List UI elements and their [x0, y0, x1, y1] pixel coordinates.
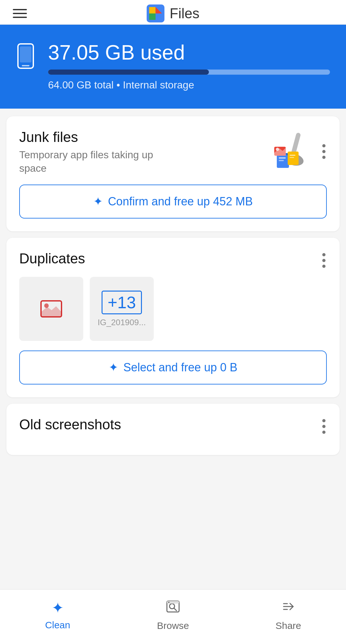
duplicate-thumb-2[interactable]: +13 IG_201909...	[90, 277, 154, 341]
svg-line-24	[174, 608, 177, 611]
svg-point-26	[168, 602, 169, 603]
old-screenshots-title: Old screenshots	[19, 417, 121, 433]
duplicates-title-area: Duplicates	[19, 251, 321, 270]
duplicates-card-header: Duplicates	[19, 251, 327, 270]
storage-details-label: 64.00 GB total • Internal storage	[48, 79, 330, 91]
hamburger-menu-icon[interactable]	[13, 9, 27, 18]
svg-rect-18	[290, 157, 294, 158]
storage-banner: 37.05 GB used 64.00 GB total • Internal …	[0, 25, 346, 109]
svg-marker-3	[149, 13, 156, 20]
junk-illustration-icon	[271, 129, 316, 174]
junk-card-header: Junk files Temporary app files taking up…	[19, 129, 327, 175]
share-nav-icon	[281, 599, 296, 617]
browse-nav-label: Browse	[157, 620, 189, 631]
browse-nav-icon	[166, 599, 180, 617]
duplicate-filename: IG_201909...	[98, 318, 146, 327]
storage-bar-fill	[48, 70, 209, 75]
sparkle-icon-2: ✦	[109, 361, 118, 374]
nav-share[interactable]: Share	[231, 596, 346, 634]
app-title-group: Files	[147, 4, 200, 22]
duplicates-menu-button[interactable]	[321, 251, 327, 270]
svg-point-20	[44, 303, 49, 308]
svg-rect-12	[279, 160, 284, 161]
duplicates-thumbnails: +13 IG_201909...	[19, 277, 327, 341]
junk-action-label: Confirm and free up 452 MB	[108, 195, 253, 208]
svg-rect-16	[288, 152, 299, 165]
top-bar: Files	[0, 0, 346, 25]
share-nav-label: Share	[276, 620, 301, 631]
phone-icon	[16, 43, 35, 70]
svg-marker-1	[149, 7, 156, 13]
storage-used-label: 37.05 GB used	[48, 41, 330, 64]
nav-clean[interactable]: ✦ Clean	[0, 596, 115, 634]
duplicate-count: +13	[102, 291, 142, 314]
storage-bar	[48, 70, 330, 75]
duplicate-thumb-1[interactable]	[19, 277, 83, 341]
junk-card-subtitle: Temporary app files taking up space	[19, 148, 167, 175]
svg-rect-6	[20, 46, 31, 62]
storage-info: 37.05 GB used 64.00 GB total • Internal …	[48, 41, 330, 91]
svg-rect-5	[22, 65, 29, 66]
old-screenshots-menu-button[interactable]	[321, 417, 327, 436]
duplicates-action-label: Select and free up 0 B	[123, 361, 237, 374]
junk-files-card: Junk files Temporary app files taking up…	[6, 116, 340, 231]
junk-title-area: Junk files Temporary app files taking up…	[19, 129, 271, 175]
duplicates-action-button[interactable]: ✦ Select and free up 0 B	[19, 351, 327, 384]
junk-action-button[interactable]: ✦ Confirm and free up 452 MB	[19, 185, 327, 219]
svg-rect-17	[290, 155, 295, 156]
nav-browse[interactable]: Browse	[115, 596, 231, 634]
sparkle-icon: ✦	[93, 195, 103, 208]
content-area: Junk files Temporary app files taking up…	[0, 109, 346, 589]
svg-rect-11	[279, 157, 286, 159]
duplicates-card: Duplicates +13 IG_201909...	[6, 238, 340, 397]
bottom-nav: ✦ Clean Browse Share	[0, 589, 346, 644]
app-logo-icon	[147, 4, 165, 22]
junk-card-title: Junk files	[19, 129, 271, 145]
svg-marker-21	[41, 306, 62, 317]
app-title: Files	[170, 5, 200, 21]
old-screenshots-header: Old screenshots	[19, 417, 327, 436]
duplicates-card-title: Duplicates	[19, 251, 321, 267]
junk-menu-button[interactable]	[321, 142, 327, 161]
junk-icon-area	[271, 129, 327, 174]
clean-nav-label: Clean	[45, 620, 70, 631]
old-screenshots-card: Old screenshots	[6, 404, 340, 455]
clean-nav-icon: ✦	[52, 599, 64, 616]
